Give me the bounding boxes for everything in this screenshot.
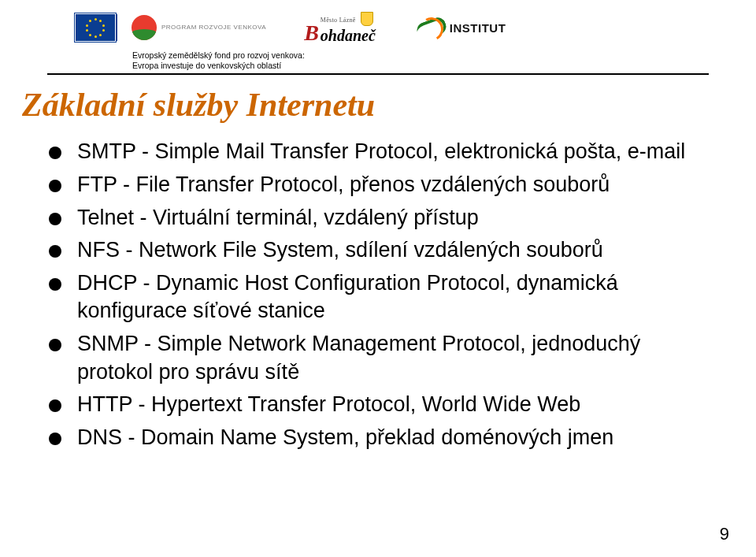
logo-row: PROGRAM ROZVOJE VENKOVA B Město Lázně oh…: [0, 0, 756, 49]
eu-flag-icon: [75, 13, 116, 42]
divider-icon: [116, 14, 117, 41]
bohdanec-emblem-icon: [361, 12, 373, 26]
list-item: Telnet - Virtuální terminál, vzdálený př…: [49, 204, 709, 232]
list-item: SNMP - Simple Network Management Protoco…: [49, 330, 709, 386]
fund-caption: Evropský zemědělský fond pro rozvoj venk…: [132, 50, 756, 71]
prv-circle-icon: [132, 15, 157, 40]
list-item: NFS - Network File System, sdílení vzdál…: [49, 236, 709, 265]
eu-stars-icon: [86, 18, 105, 37]
list-item: FTP - File Transfer Protocol, přenos vzd…: [49, 171, 709, 199]
bohdanec-city-label: Město Lázně: [321, 17, 356, 24]
bohdanec-name: ohdaneč: [321, 27, 376, 44]
content-area: SMTP - Simple Mail Transfer Protocol, el…: [49, 138, 709, 451]
slide: PROGRAM ROZVOJE VENKOVA B Město Lázně oh…: [0, 0, 756, 557]
institut-label: INSTITUT: [450, 21, 506, 35]
bullet-list: SMTP - Simple Mail Transfer Protocol, el…: [49, 138, 709, 451]
page-number: 9: [720, 524, 729, 544]
bohdanec-text: Město Lázně ohdaneč: [321, 12, 376, 43]
header-rule: [47, 73, 709, 75]
list-item: SMTP - Simple Mail Transfer Protocol, el…: [49, 138, 709, 166]
institut-logo: INSTITUT: [417, 17, 506, 38]
list-item: HTTP - Hypertext Transfer Protocol, Worl…: [49, 391, 709, 419]
institut-mark-icon: [417, 17, 447, 38]
bohdanec-logo: B Město Lázně ohdaneč: [304, 12, 376, 43]
prv-logo: PROGRAM ROZVOJE VENKOVA: [132, 15, 266, 40]
bohdanec-b-icon: B: [304, 20, 319, 46]
fund-line1: Evropský zemědělský fond pro rozvoj venk…: [132, 50, 756, 61]
list-item: DHCP - Dynamic Host Configuration Protoc…: [49, 269, 709, 325]
fund-line2: Evropa investuje do venkovských oblastí: [132, 61, 756, 71]
eu-logo: [75, 13, 117, 42]
prv-label: PROGRAM ROZVOJE VENKOVA: [161, 24, 266, 31]
list-item: DNS - Domain Name System, překlad doméno…: [49, 424, 709, 452]
page-title: Základní služby Internetu: [22, 86, 756, 124]
